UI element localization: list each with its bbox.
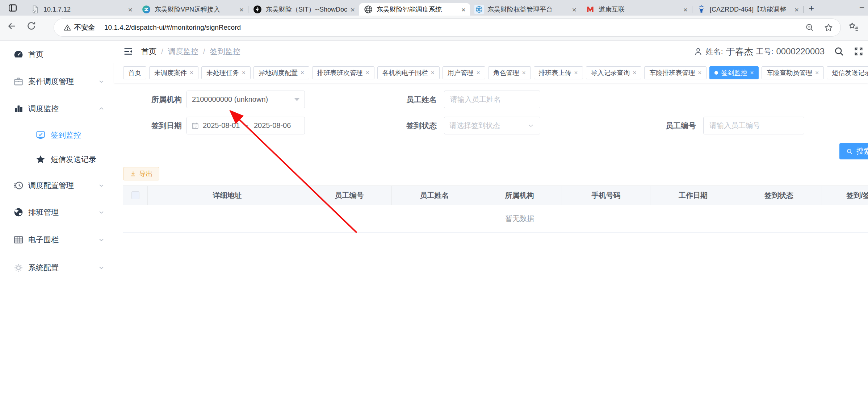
tag-chip[interactable]: 用户管理× (443, 66, 485, 79)
browser-tab[interactable]: [CAZRDD-464]【功能调整 × (692, 3, 803, 16)
tab-close-icon[interactable]: × (793, 6, 800, 13)
tab-close-icon[interactable]: × (349, 6, 356, 13)
sign-date-label: 签到日期 (142, 117, 182, 134)
globe-filled-icon (13, 207, 24, 218)
calendar-icon (191, 122, 199, 130)
tag-close-icon[interactable]: × (815, 70, 819, 76)
zoom-out-icon[interactable] (805, 23, 814, 32)
tab-close-icon[interactable]: × (571, 6, 578, 13)
active-dot (714, 71, 718, 75)
select-all-checkbox[interactable] (131, 191, 139, 199)
browser-tab-active[interactable]: 东吴财险智能调度系统 × (359, 3, 470, 16)
header-search-button[interactable] (834, 46, 844, 57)
new-tab-button[interactable]: + (809, 3, 814, 13)
sidebar-item-shift-management[interactable]: 排班管理 (0, 204, 114, 221)
star-icon (35, 154, 46, 164)
search-button[interactable]: 搜索 (839, 143, 868, 159)
bookmark-star-icon[interactable] (824, 23, 833, 32)
browser-tab[interactable]: 道康互联 × (581, 3, 692, 16)
org-select[interactable]: 2100000000 (unknown) (186, 91, 305, 108)
sidebar-item-sign-monitoring[interactable]: 签到监控 (0, 126, 114, 144)
tag-chip[interactable]: 角色管理× (488, 66, 531, 79)
sidebar-item-case-dispatch[interactable]: 案件调度管理 (0, 73, 114, 90)
browser-tab[interactable]: 东吴财险权益管理平台 × (470, 3, 581, 16)
chevron-down-icon (98, 264, 105, 271)
tag-chip[interactable]: 短信发送记录× (827, 66, 868, 79)
showdoc-logo-icon (253, 5, 262, 14)
browser-tab[interactable]: 东吴财险（SIT）--ShowDoc × (248, 3, 359, 16)
tag-chip[interactable]: 车险排班表管理× (644, 66, 706, 79)
tab-separator (137, 6, 137, 13)
tab-close-icon[interactable]: × (460, 6, 467, 13)
column-header: 详细地址 (148, 186, 307, 205)
sidebar-collapse-button[interactable] (123, 46, 133, 57)
tag-chip[interactable]: 未处理任务× (201, 66, 251, 79)
tab-close-icon[interactable]: × (127, 6, 134, 13)
tab-title: 东吴财险智能调度系统 (377, 5, 460, 14)
tag-chip[interactable]: 车险查勘员管理× (762, 66, 824, 79)
tag-close-icon[interactable]: × (477, 70, 480, 76)
tag-chip[interactable]: 异地调度配置× (253, 66, 309, 79)
tag-close-icon[interactable]: × (366, 70, 369, 76)
tag-close-icon[interactable]: × (242, 70, 246, 76)
fullscreen-button[interactable] (854, 46, 864, 57)
tab-close-icon[interactable]: × (238, 6, 245, 13)
tag-chip[interactable]: 导入记录查询× (586, 66, 642, 79)
equity-logo-icon (474, 5, 484, 14)
tag-close-icon[interactable]: × (574, 70, 578, 76)
tag-chip[interactable]: 各机构电子围栏× (377, 66, 440, 79)
date-end-value[interactable]: 2025-08-06 (254, 121, 291, 130)
breadcrumb-home[interactable]: 首页 (141, 46, 156, 57)
sidebar-item-electronic-fence[interactable]: 电子围栏 (0, 231, 114, 249)
sidebar-item-sms-records[interactable]: 短信发送记录 (0, 151, 114, 168)
address-bar[interactable]: 不安全 10.1.4.2/dispatch-ui/#/monitoring/si… (54, 18, 841, 37)
export-button-label: 导出 (139, 169, 153, 179)
date-start-value[interactable]: 2025-08-01 (203, 121, 240, 130)
user-name: 于春杰 (726, 46, 753, 58)
user-name-label: 姓名: (706, 46, 723, 57)
sidebar-item-label: 签到监控 (51, 130, 81, 140)
window-minimize-button[interactable]: – (855, 0, 868, 14)
emp-no-input[interactable] (703, 117, 804, 134)
breadcrumb-current: 签到监控 (210, 46, 240, 57)
tag-chip-active[interactable]: 签到监控× (709, 66, 759, 79)
tag-label: 未调度案件 (154, 68, 187, 77)
person-icon (693, 47, 703, 56)
tag-label: 未处理任务 (206, 68, 239, 77)
chevron-down-icon (98, 182, 105, 189)
sidebar-item-dispatch-config[interactable]: 调度配置管理 (0, 177, 114, 194)
browser-tab[interactable]: 东吴财险VPN远程接入 × (137, 3, 248, 16)
tag-close-icon[interactable]: × (698, 70, 701, 76)
sidebar-item-dispatch-monitoring[interactable]: 调度监控 (0, 100, 114, 117)
export-button[interactable]: 导出 (123, 167, 159, 180)
tag-close-icon[interactable]: × (431, 70, 435, 76)
tag-close-icon[interactable]: × (750, 70, 754, 76)
table-header-row: 详细地址 员工编号 员工姓名 所属机构 手机号码 工作日期 签到状态 签到/签退… (123, 185, 868, 205)
tag-close-icon[interactable]: × (190, 70, 193, 76)
favorites-button[interactable] (848, 21, 859, 32)
refresh-button[interactable] (26, 21, 37, 31)
sidebar-item-system-config[interactable]: 系统配置 (0, 259, 114, 276)
column-header: 签到/签退时间 (822, 186, 868, 205)
tag-chip[interactable]: 未调度案件× (149, 66, 198, 79)
app-header: 首页 / 调度监控 / 签到监控 姓名: 于春杰 工号: 0000220003 (114, 41, 868, 62)
tag-close-icon[interactable]: × (522, 70, 526, 76)
sign-status-select[interactable]: 请选择签到状态 (444, 117, 540, 134)
sign-date-range-picker[interactable]: 2025-08-01 - 2025-08-06 (186, 117, 305, 134)
emp-name-input[interactable] (444, 91, 540, 108)
back-button[interactable] (7, 21, 17, 32)
tag-chip[interactable]: 排班表班次管理× (312, 66, 374, 79)
tag-chip[interactable]: 排班表上传× (534, 66, 583, 79)
tag-close-icon[interactable]: × (301, 70, 304, 76)
column-header: 签到状态 (736, 186, 822, 205)
tab-actions-button[interactable] (7, 3, 19, 13)
page-favicon-icon (30, 5, 40, 14)
clock-config-icon (13, 180, 24, 191)
sidebar-item-home[interactable]: 首页 (0, 46, 114, 63)
tab-close-icon[interactable]: × (682, 6, 689, 13)
tag-chip[interactable]: 首页 (123, 66, 146, 79)
tag-label: 签到监控 (721, 68, 747, 77)
breadcrumb-level2[interactable]: 调度监控 (168, 46, 198, 57)
browser-tab[interactable]: 10.1.7.12 × (26, 3, 137, 16)
tag-close-icon[interactable]: × (633, 70, 637, 76)
